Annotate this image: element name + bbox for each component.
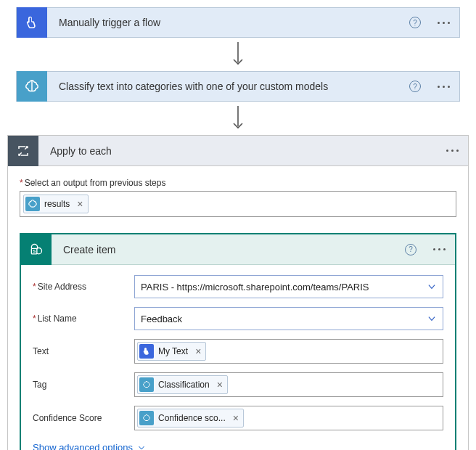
touch-icon	[17, 7, 47, 38]
more-button[interactable]	[427, 22, 459, 24]
brain-icon	[139, 377, 154, 392]
step-title: Create item	[52, 244, 398, 255]
connector-arrow	[7, 102, 469, 135]
text-input[interactable]: My Text ×	[134, 339, 443, 364]
tag-input[interactable]: Classification ×	[134, 372, 443, 397]
more-button[interactable]	[423, 248, 455, 250]
list-name-label: List Name	[33, 314, 134, 324]
create-item-card: S Create item ? Site Address PARIS - htt…	[20, 233, 456, 450]
token-remove-button[interactable]: ×	[230, 412, 240, 424]
token-label: results	[44, 199, 70, 209]
touch-icon	[139, 344, 154, 359]
help-button[interactable]: ?	[403, 81, 427, 92]
apply-to-each-header[interactable]: Apply to each	[8, 136, 468, 166]
create-item-header[interactable]: S Create item ?	[21, 234, 455, 265]
chevron-down-icon	[427, 314, 437, 324]
tag-label: Tag	[33, 380, 134, 390]
brain-icon	[139, 411, 154, 425]
step-title: Apply to each	[38, 145, 436, 157]
token-remove-button[interactable]: ×	[214, 379, 224, 390]
site-address-value: PARIS - https://microsoft.sharepoint.com…	[141, 282, 369, 292]
token-classification[interactable]: Classification ×	[137, 375, 228, 394]
more-button[interactable]	[427, 86, 459, 88]
token-remove-button[interactable]: ×	[192, 345, 202, 357]
show-advanced-options-link[interactable]: Show advanced options	[33, 439, 146, 450]
apply-to-each-container: Apply to each Select an output from prev…	[7, 135, 469, 450]
site-address-select[interactable]: PARIS - https://microsoft.sharepoint.com…	[134, 275, 443, 298]
list-name-value: Feedback	[141, 314, 182, 324]
more-button[interactable]	[436, 150, 468, 152]
confidence-label: Confidence Score	[33, 413, 134, 423]
trigger-step-card[interactable]: Manually trigger a flow ?	[16, 7, 460, 38]
step-title: Manually trigger a flow	[47, 17, 403, 28]
connector-arrow	[7, 38, 469, 71]
sharepoint-icon: S	[21, 234, 52, 265]
svg-text:S: S	[33, 249, 36, 253]
help-button[interactable]: ?	[398, 244, 423, 255]
token-label: Classification	[158, 380, 210, 390]
brain-icon	[25, 197, 40, 211]
classify-step-card[interactable]: Classify text into categories with one o…	[16, 71, 460, 102]
text-label: Text	[33, 346, 134, 356]
token-confidence[interactable]: Confidence sco... ×	[137, 409, 244, 428]
chevron-down-icon	[427, 282, 437, 292]
token-results[interactable]: results ×	[23, 195, 89, 213]
token-remove-button[interactable]: ×	[74, 198, 84, 210]
chevron-down-icon	[137, 443, 146, 451]
advanced-label: Show advanced options	[33, 442, 133, 450]
site-address-label: Site Address	[33, 282, 134, 292]
select-output-input[interactable]: results ×	[20, 191, 456, 217]
select-output-label: Select an output from previous steps	[20, 178, 456, 188]
token-my-text[interactable]: My Text ×	[137, 342, 206, 361]
confidence-input[interactable]: Confidence sco... ×	[134, 406, 443, 430]
list-name-select[interactable]: Feedback	[134, 307, 443, 330]
step-title: Classify text into categories with one o…	[47, 81, 403, 92]
help-button[interactable]: ?	[403, 17, 427, 28]
loop-icon	[8, 136, 38, 166]
brain-icon	[17, 71, 47, 102]
token-label: My Text	[158, 346, 188, 356]
token-label: Confidence sco...	[158, 413, 226, 423]
